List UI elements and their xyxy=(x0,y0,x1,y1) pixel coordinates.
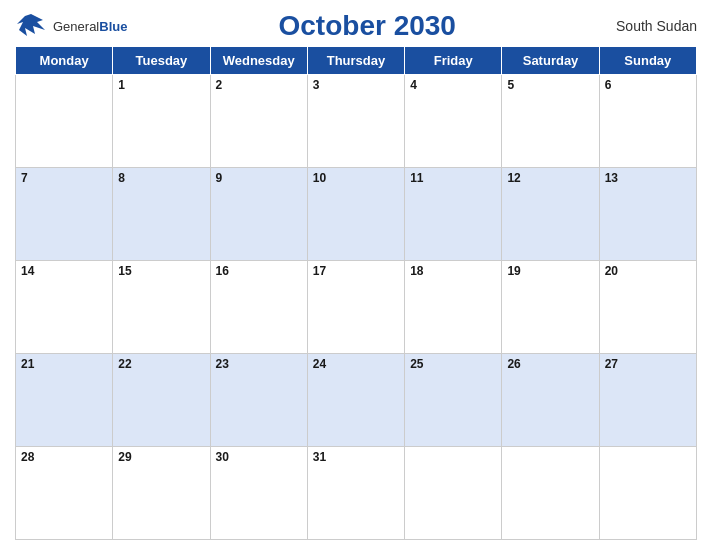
calendar-day-empty xyxy=(16,75,113,168)
day-number: 27 xyxy=(605,357,618,371)
calendar-week-row: 28293031 xyxy=(16,447,697,540)
day-number: 10 xyxy=(313,171,326,185)
day-number: 14 xyxy=(21,264,34,278)
day-number: 22 xyxy=(118,357,131,371)
calendar-day-27: 27 xyxy=(599,354,696,447)
logo: GeneralBlue xyxy=(15,12,127,40)
calendar-day-17: 17 xyxy=(307,261,404,354)
weekday-header-friday: Friday xyxy=(405,47,502,75)
calendar-day-15: 15 xyxy=(113,261,210,354)
day-number: 15 xyxy=(118,264,131,278)
day-number: 19 xyxy=(507,264,520,278)
day-number: 29 xyxy=(118,450,131,464)
calendar-day-9: 9 xyxy=(210,168,307,261)
weekday-header-thursday: Thursday xyxy=(307,47,404,75)
logo-text: GeneralBlue xyxy=(53,17,127,35)
calendar-day-30: 30 xyxy=(210,447,307,540)
calendar-day-14: 14 xyxy=(16,261,113,354)
country-label: South Sudan xyxy=(607,18,697,34)
calendar-week-row: 21222324252627 xyxy=(16,354,697,447)
day-number: 6 xyxy=(605,78,612,92)
day-number: 13 xyxy=(605,171,618,185)
day-number: 16 xyxy=(216,264,229,278)
day-number: 20 xyxy=(605,264,618,278)
calendar-day-16: 16 xyxy=(210,261,307,354)
calendar-day-1: 1 xyxy=(113,75,210,168)
calendar-day-13: 13 xyxy=(599,168,696,261)
calendar-day-19: 19 xyxy=(502,261,599,354)
calendar-day-12: 12 xyxy=(502,168,599,261)
day-number: 31 xyxy=(313,450,326,464)
day-number: 2 xyxy=(216,78,223,92)
calendar-day-26: 26 xyxy=(502,354,599,447)
calendar-day-8: 8 xyxy=(113,168,210,261)
calendar-day-2: 2 xyxy=(210,75,307,168)
logo-bird-icon xyxy=(15,12,47,40)
weekday-header-sunday: Sunday xyxy=(599,47,696,75)
day-number: 25 xyxy=(410,357,423,371)
day-number: 24 xyxy=(313,357,326,371)
calendar-day-21: 21 xyxy=(16,354,113,447)
calendar-day-3: 3 xyxy=(307,75,404,168)
calendar-day-22: 22 xyxy=(113,354,210,447)
calendar-week-row: 78910111213 xyxy=(16,168,697,261)
calendar-day-24: 24 xyxy=(307,354,404,447)
calendar-week-row: 14151617181920 xyxy=(16,261,697,354)
day-number: 7 xyxy=(21,171,28,185)
calendar-day-18: 18 xyxy=(405,261,502,354)
calendar-day-5: 5 xyxy=(502,75,599,168)
calendar-day-10: 10 xyxy=(307,168,404,261)
day-number: 18 xyxy=(410,264,423,278)
calendar-day-11: 11 xyxy=(405,168,502,261)
day-number: 17 xyxy=(313,264,326,278)
calendar-day-28: 28 xyxy=(16,447,113,540)
weekday-header-row: MondayTuesdayWednesdayThursdayFridaySatu… xyxy=(16,47,697,75)
day-number: 21 xyxy=(21,357,34,371)
day-number: 11 xyxy=(410,171,423,185)
calendar-day-empty xyxy=(405,447,502,540)
calendar-day-20: 20 xyxy=(599,261,696,354)
weekday-header-tuesday: Tuesday xyxy=(113,47,210,75)
day-number: 30 xyxy=(216,450,229,464)
day-number: 5 xyxy=(507,78,514,92)
day-number: 3 xyxy=(313,78,320,92)
day-number: 4 xyxy=(410,78,417,92)
calendar-day-23: 23 xyxy=(210,354,307,447)
day-number: 28 xyxy=(21,450,34,464)
weekday-header-wednesday: Wednesday xyxy=(210,47,307,75)
calendar-header: GeneralBlue October 2030 South Sudan xyxy=(15,10,697,42)
day-number: 26 xyxy=(507,357,520,371)
calendar-day-31: 31 xyxy=(307,447,404,540)
calendar-day-empty xyxy=(502,447,599,540)
calendar-table: MondayTuesdayWednesdayThursdayFridaySatu… xyxy=(15,46,697,540)
weekday-header-saturday: Saturday xyxy=(502,47,599,75)
calendar-day-25: 25 xyxy=(405,354,502,447)
svg-marker-0 xyxy=(17,14,45,36)
calendar-day-empty xyxy=(599,447,696,540)
day-number: 9 xyxy=(216,171,223,185)
calendar-day-7: 7 xyxy=(16,168,113,261)
calendar-day-4: 4 xyxy=(405,75,502,168)
calendar-title: October 2030 xyxy=(127,10,607,42)
weekday-header-monday: Monday xyxy=(16,47,113,75)
calendar-day-6: 6 xyxy=(599,75,696,168)
day-number: 12 xyxy=(507,171,520,185)
calendar-day-29: 29 xyxy=(113,447,210,540)
day-number: 8 xyxy=(118,171,125,185)
day-number: 1 xyxy=(118,78,125,92)
calendar-week-row: 123456 xyxy=(16,75,697,168)
day-number: 23 xyxy=(216,357,229,371)
